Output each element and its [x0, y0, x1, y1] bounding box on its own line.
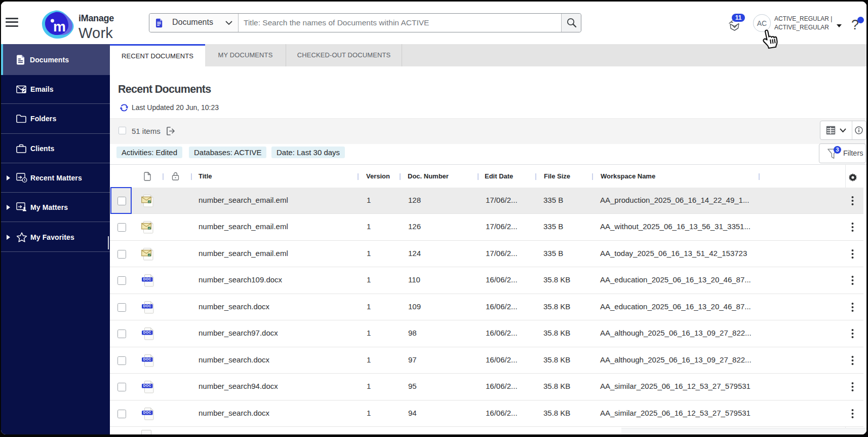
svg-text:DOC: DOC — [143, 331, 151, 334]
svg-text:DOC: DOC — [143, 277, 151, 281]
svg-text:DOC: DOC — [143, 411, 151, 414]
svg-text:m: m — [53, 19, 66, 34]
svg-text:DOC: DOC — [143, 384, 151, 387]
svg-text:DOC: DOC — [143, 304, 151, 308]
svg-text:DOC: DOC — [143, 357, 151, 361]
